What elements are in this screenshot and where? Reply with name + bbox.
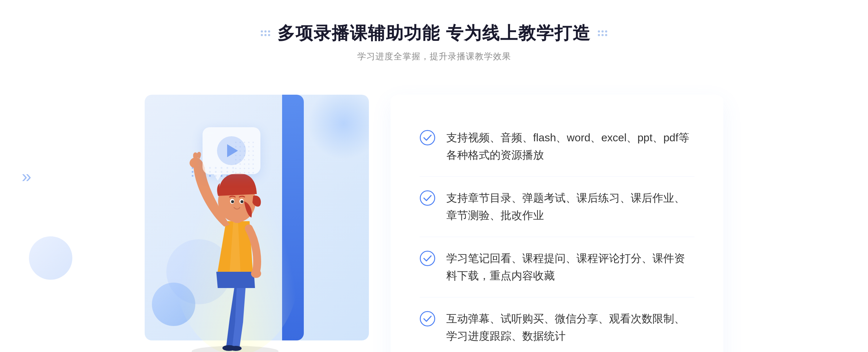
play-icon-circle — [217, 136, 246, 165]
feature-text-2: 支持章节目录、弹题考试、课后练习、课后作业、章节测验、批改作业 — [446, 189, 694, 224]
svg-point-2 — [230, 346, 242, 351]
feature-item-2: 支持章节目录、弹题考试、课后练习、课后作业、章节测验、批改作业 — [420, 177, 694, 237]
check-circle-icon-3 — [420, 250, 435, 266]
svg-point-4 — [251, 269, 261, 278]
bubble-shape — [203, 127, 260, 174]
check-circle-icon-4 — [420, 311, 435, 327]
content-area: 支持视频、音频、flash、word、excel、ppt、pdf等各种格式的资源… — [145, 84, 723, 352]
feature-text-4: 互动弹幕、试听购买、微信分享、观看次数限制、学习进度跟踪、数据统计 — [446, 310, 694, 345]
svg-point-11 — [420, 130, 435, 145]
page-title: 多项录播课辅助功能 专为线上教学打造 — [277, 22, 590, 45]
illustration-container — [145, 84, 391, 352]
feature-item-4: 互动弹幕、试听购买、微信分享、观看次数限制、学习进度跟踪、数据统计 — [420, 297, 694, 352]
page-container: » 多项录播课辅助功能 专为线上教学打造 学习进度全掌 — [0, 0, 868, 352]
svg-point-10 — [241, 200, 243, 203]
feature-item-3: 学习笔记回看、课程提问、课程评论打分、课件资料下载，重点内容收藏 — [420, 237, 694, 297]
feature-text-3: 学习笔记回看、课程提问、课程评论打分、课件资料下载，重点内容收藏 — [446, 250, 694, 284]
play-triangle-icon — [227, 144, 238, 157]
left-circle-decoration — [29, 236, 72, 280]
play-button-bubble[interactable] — [203, 127, 260, 174]
feature-item-1: 支持视频、音频、flash、word、excel、ppt、pdf等各种格式的资源… — [420, 116, 694, 177]
svg-point-12 — [420, 191, 435, 205]
features-panel: 支持视频、音频、flash、word、excel、ppt、pdf等各种格式的资源… — [391, 95, 723, 352]
right-title-dots — [598, 30, 607, 36]
svg-point-9 — [231, 200, 234, 203]
check-circle-icon-2 — [420, 190, 435, 206]
check-circle-icon-1 — [420, 130, 435, 146]
left-chevron-decoration: » — [22, 166, 31, 186]
feature-text-1: 支持视频、音频、flash、word、excel、ppt、pdf等各种格式的资源… — [446, 129, 694, 164]
svg-point-14 — [420, 312, 435, 326]
svg-point-13 — [420, 251, 435, 266]
left-title-dots — [261, 30, 270, 36]
page-subtitle: 学习进度全掌握，提升录播课教学效果 — [261, 51, 607, 62]
title-row: 多项录播课辅助功能 专为线上教学打造 — [261, 22, 607, 45]
header-section: 多项录播课辅助功能 专为线上教学打造 学习进度全掌握，提升录播课教学效果 — [261, 22, 607, 62]
